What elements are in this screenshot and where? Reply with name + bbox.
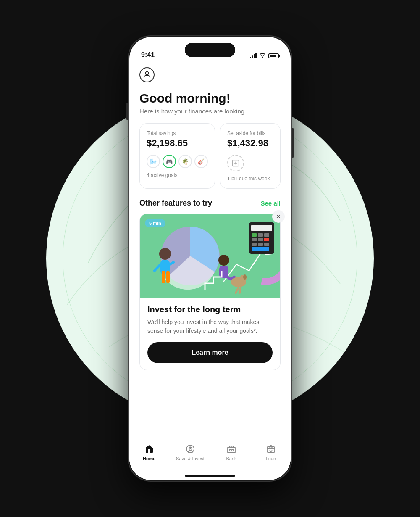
nav-bank[interactable]: Bank: [219, 443, 244, 461]
nav-home-label: Home: [143, 456, 156, 461]
nav-home[interactable]: Home: [136, 443, 162, 461]
feature-image: 5 min: [140, 214, 280, 298]
feature-description: We'll help you invest in the way that ma…: [147, 318, 273, 335]
nav-loan-label: Loan: [266, 456, 276, 461]
nav-save-invest[interactable]: Save & Invest: [176, 443, 205, 461]
close-button[interactable]: ✕: [272, 210, 285, 223]
goals-icons: 🌬️ 🎮 🌴 🎸: [147, 155, 208, 168]
svg-rect-15: [264, 243, 269, 246]
svg-point-23: [218, 255, 229, 266]
svg-rect-14: [258, 243, 263, 246]
status-icons: [250, 53, 279, 59]
bank-icon: [226, 443, 237, 454]
home-icon: [144, 443, 155, 454]
feature-card[interactable]: 5 min: [139, 214, 281, 370]
nav-loan[interactable]: Loan: [258, 443, 284, 461]
feature-heading: Invest for the long term: [147, 305, 273, 314]
svg-rect-9: [264, 233, 269, 237]
nav-save-invest-label: Save & Invest: [176, 456, 205, 461]
phone-screen: 9:41: [129, 37, 291, 480]
svg-point-29: [243, 274, 247, 280]
wifi-icon: [259, 53, 266, 59]
dynamic-island: [185, 43, 235, 57]
profile-row: [129, 62, 291, 82]
learn-more-button[interactable]: Learn more: [147, 342, 273, 363]
feature-card-wrapper: ✕ 5 min: [129, 208, 291, 370]
signal-icon: [250, 53, 257, 58]
svg-rect-19: [162, 271, 165, 283]
goal-icon-4: 🎸: [194, 155, 208, 168]
svg-rect-16: [252, 247, 269, 251]
savings-label: Total savings: [147, 130, 208, 136]
phone-shell: 9:41: [128, 36, 292, 481]
bills-count: 1 bill due this week: [227, 176, 273, 182]
svg-rect-8: [258, 233, 263, 237]
svg-rect-20: [166, 271, 170, 283]
savings-value: $2,198.65: [147, 138, 208, 149]
stats-cards-row: Total savings $2,198.65 🌬️ 🎮 🌴 🎸 4 activ…: [129, 115, 291, 189]
user-icon: [142, 70, 152, 79]
goal-icon-2: 🎮: [163, 155, 176, 168]
svg-point-0: [145, 72, 148, 75]
svg-rect-12: [264, 238, 269, 241]
bills-card[interactable]: Set aside for bills $1,432.98 1 bill due…: [220, 123, 281, 189]
see-all-button[interactable]: See all: [260, 200, 281, 207]
savings-card[interactable]: Total savings $2,198.65 🌬️ 🎮 🌴 🎸 4 activ…: [139, 123, 215, 189]
scene: 9:41: [0, 0, 420, 517]
bottom-nav: Home Save & Invest: [129, 438, 291, 480]
home-indicator: [185, 475, 235, 477]
profile-button[interactable]: [139, 67, 155, 82]
battery-icon: [268, 53, 279, 58]
greeting-subtitle: Here is how your finances are looking.: [139, 108, 281, 115]
time-badge: 5 min: [145, 219, 165, 227]
goals-count: 4 active goals: [147, 172, 208, 178]
svg-rect-10: [252, 238, 257, 241]
features-title: Other features to try: [139, 199, 212, 208]
app-content[interactable]: Good morning! Here is how your finances …: [129, 62, 291, 480]
save-invest-icon: [185, 443, 196, 454]
svg-rect-32: [148, 449, 150, 453]
svg-rect-35: [229, 449, 231, 451]
svg-rect-36: [232, 449, 234, 451]
svg-rect-11: [258, 238, 263, 241]
svg-rect-13: [252, 243, 257, 246]
features-header: Other features to try See all: [129, 189, 291, 208]
goal-icon-1: 🌬️: [147, 155, 160, 168]
svg-rect-6: [251, 225, 272, 231]
bill-icon: [227, 155, 244, 171]
svg-rect-34: [228, 448, 235, 453]
feature-body: Invest for the long term We'll help you …: [140, 298, 280, 370]
svg-rect-7: [252, 233, 257, 237]
bottom-spacer: [129, 370, 291, 417]
svg-point-17: [159, 248, 171, 260]
bills-label: Set aside for bills: [227, 130, 273, 136]
bills-value: $1,432.98: [227, 138, 273, 149]
nav-bank-label: Bank: [226, 456, 236, 461]
loan-icon: [265, 443, 276, 454]
goal-icon-3: 🌴: [178, 155, 192, 168]
greeting-section: Good morning! Here is how your finances …: [129, 82, 291, 115]
greeting-title: Good morning!: [139, 91, 281, 106]
svg-line-31: [240, 287, 241, 293]
status-time: 9:41: [141, 51, 155, 59]
